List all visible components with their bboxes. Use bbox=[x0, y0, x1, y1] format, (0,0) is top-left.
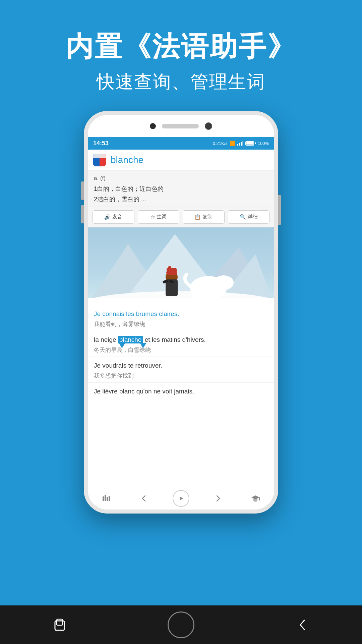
def-type: a. (f) bbox=[94, 175, 268, 182]
android-recents-button[interactable] bbox=[48, 613, 71, 637]
svg-rect-21 bbox=[200, 297, 204, 305]
detail-button[interactable]: 🔍 详细 bbox=[228, 210, 270, 224]
svg-rect-24 bbox=[103, 496, 104, 501]
sentence-1-fr: Je connais les brumes claires. bbox=[94, 309, 268, 319]
signal-bars bbox=[237, 141, 243, 146]
speaker-dot-left bbox=[150, 123, 156, 129]
top-title-area: 内置《法语助手》 快速查询、管理生词 bbox=[66, 0, 296, 111]
battery-percentage: 100% bbox=[258, 141, 269, 146]
highlighted-word: blanche bbox=[118, 336, 143, 343]
sentence-2-part2: et les matins d'hivers. bbox=[145, 336, 206, 343]
def-line1: 1白的，白色的；近白色的 bbox=[94, 184, 268, 194]
pronounce-button[interactable]: 🔊 发音 bbox=[93, 210, 134, 224]
status-time: 14:53 bbox=[93, 140, 109, 147]
app-header: blanche bbox=[88, 150, 274, 170]
vocab-label: 生词 bbox=[157, 214, 167, 220]
sentence-3-zh: 我多想把你找到 bbox=[94, 372, 268, 380]
phone-top-sensors bbox=[88, 115, 274, 137]
forward-icon bbox=[214, 494, 223, 503]
app-logo-icon bbox=[93, 154, 106, 166]
sentence-3-fr: Je voudrais te retrouver. bbox=[94, 361, 268, 371]
power-button bbox=[278, 195, 281, 225]
android-back-button[interactable] bbox=[291, 613, 314, 637]
android-home-button[interactable] bbox=[168, 611, 194, 638]
android-nav-bar bbox=[0, 605, 362, 644]
phone-mockup: 14:53 0.21K/s 📶 bbox=[84, 111, 278, 514]
nav-play-button[interactable] bbox=[173, 490, 189, 507]
svg-rect-26 bbox=[107, 497, 108, 501]
def-line2: 2洁白的，雪白的 ... bbox=[94, 194, 268, 205]
svg-rect-2 bbox=[93, 154, 106, 158]
sentence-3: Je voudrais te retrouver. 我多想把你找到 bbox=[88, 357, 274, 383]
equalizer-icon bbox=[102, 494, 111, 503]
action-buttons-row: 🔊 发音 ☆ 生词 📋 复制 🔍 详细 bbox=[88, 207, 274, 227]
nav-study-button[interactable] bbox=[247, 490, 264, 507]
status-bar: 14:53 0.21K/s 📶 bbox=[88, 137, 274, 150]
svg-point-19 bbox=[225, 277, 233, 284]
sentence-2-part1: la neige bbox=[94, 336, 118, 343]
volume-button-up bbox=[81, 181, 84, 200]
selection-handle-left bbox=[119, 343, 125, 348]
sentences-content: Je connais les brumes claires. 我能看到，薄雾缭绕… bbox=[88, 305, 274, 487]
svg-rect-31 bbox=[57, 619, 63, 625]
earpiece bbox=[162, 124, 199, 128]
sentence-2: la neige blanche et les matins d'hivers.… bbox=[88, 331, 274, 357]
wifi-icon: 📶 bbox=[230, 141, 235, 146]
camera-front bbox=[205, 122, 212, 130]
sub-title: 快速查询、管理生词 bbox=[66, 70, 296, 94]
definition-area: a. (f) 1白的，白色的；近白色的 2洁白的，雪白的 ... bbox=[88, 170, 274, 207]
copy-button[interactable]: 📋 复制 bbox=[183, 210, 225, 224]
svg-rect-23 bbox=[217, 296, 221, 305]
pronounce-label: 发音 bbox=[112, 214, 122, 220]
home-icon bbox=[176, 620, 186, 630]
status-right-icons: 0.21K/s 📶 bbox=[213, 141, 269, 146]
nav-back-icon bbox=[295, 618, 310, 632]
search-icon: 🔍 bbox=[240, 214, 246, 220]
battery-icon bbox=[245, 141, 256, 146]
selection-handle-right bbox=[140, 343, 146, 348]
app-bottom-nav bbox=[88, 487, 274, 509]
recents-icon bbox=[52, 618, 67, 632]
sound-icon: 🔊 bbox=[104, 214, 111, 220]
volume-button-down bbox=[81, 205, 84, 223]
detail-label: 详细 bbox=[248, 214, 258, 220]
svg-rect-22 bbox=[210, 297, 214, 305]
graduation-icon bbox=[251, 494, 260, 503]
sentence-1-zh: 我能看到，薄雾缭绕 bbox=[94, 320, 268, 329]
svg-rect-9 bbox=[88, 298, 274, 305]
nav-equalizer-button[interactable] bbox=[98, 490, 115, 507]
main-title: 内置《法语助手》 bbox=[66, 30, 296, 63]
vocab-button[interactable]: ☆ 生词 bbox=[138, 210, 180, 224]
svg-rect-16 bbox=[168, 266, 171, 269]
sentence-1: Je connais les brumes claires. 我能看到，薄雾缭绕 bbox=[88, 305, 274, 331]
sentence-4-fr: Je lièvre blanc qu'on ne voit jamais. bbox=[94, 387, 268, 396]
play-icon bbox=[178, 495, 184, 502]
copy-icon: 📋 bbox=[194, 214, 201, 220]
star-icon: ☆ bbox=[150, 214, 155, 220]
svg-rect-25 bbox=[105, 495, 106, 501]
image-area bbox=[88, 227, 274, 305]
nav-prev-button[interactable] bbox=[135, 490, 152, 507]
svg-rect-15 bbox=[167, 268, 177, 275]
svg-rect-27 bbox=[109, 496, 110, 501]
back-icon bbox=[139, 494, 148, 503]
svg-rect-20 bbox=[193, 296, 197, 305]
search-word: blanche bbox=[111, 155, 143, 165]
copy-label: 复制 bbox=[202, 214, 213, 220]
phone-screen: 14:53 0.21K/s 📶 bbox=[88, 137, 274, 509]
nav-next-button[interactable] bbox=[210, 490, 227, 507]
network-speed: 0.21K/s bbox=[213, 141, 228, 146]
sentence-4: Je lièvre blanc qu'on ne voit jamais. bbox=[88, 383, 274, 396]
